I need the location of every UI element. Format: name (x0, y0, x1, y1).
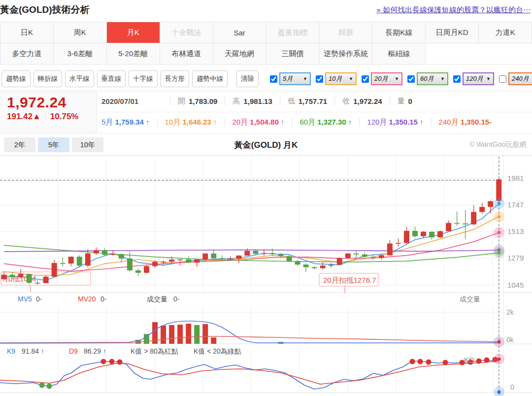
tab-lidao-k[interactable]: 力道K (479, 22, 532, 43)
svg-text:20月扣抵1276.7: 20月扣抵1276.7 (323, 276, 376, 284)
tab-daily-k[interactable]: 日K (0, 22, 54, 43)
tab-3-6-diff[interactable]: 3-6差離 (54, 43, 107, 65)
ma-select-240month[interactable]: 240月▼ (508, 72, 532, 85)
tab-dwm-kd[interactable]: 日周月KD (426, 22, 479, 43)
ma-checkbox-10month[interactable] (316, 75, 323, 83)
ma-toggle-240month: 240月▼ (499, 72, 532, 85)
ma10-value: 10月 1,646.23 ↑ (165, 118, 217, 127)
range-2year-button[interactable]: 2年 (4, 137, 35, 152)
k9-value: 91.84 ↑ (22, 347, 44, 355)
ma-checkbox-5month[interactable] (270, 75, 277, 83)
volume-corner-label: 成交量 (460, 295, 480, 304)
watermark: © WantGoo玩股網 (469, 140, 526, 149)
tab-bollinger[interactable]: 布林通道 (160, 43, 213, 65)
tab-sar[interactable]: Sar (213, 22, 266, 43)
select-label: 5月 (283, 74, 293, 83)
high-pair: 高1,981.13 (233, 97, 272, 106)
tab-shiquan[interactable]: 十全戰法 (160, 22, 213, 43)
related-article-link[interactable]: » 如何找出長線保護短線的股票？以瘋狂的台⋯ (376, 5, 531, 15)
tab-guiyuan[interactable]: 歸原 (319, 22, 372, 43)
tab-duokong[interactable]: 多空力道 (0, 43, 54, 65)
page-title: 黃金(GOLD)技術分析 (0, 3, 90, 16)
ma-checkbox-240month[interactable] (499, 75, 506, 83)
close-label: 收 (342, 97, 350, 106)
crossline-button[interactable]: 十字線 (129, 70, 158, 87)
mv5-value: 0- (36, 295, 42, 303)
divider (431, 118, 432, 127)
ma-select-20month[interactable]: 20月▼ (371, 72, 402, 85)
vol-label: 成交量 (147, 295, 167, 304)
page: 黃金(GOLD)技術分析 » 如何找出長線保護短線的股票？以瘋狂的台⋯ 日K 周… (0, 0, 532, 396)
divider (170, 97, 170, 105)
ohlc-row: 2020/07/01 開1,783.09 高1,981.13 低1,757.71… (97, 91, 532, 112)
ma-toggle-5month: 5月▼ (270, 72, 311, 85)
divider (390, 97, 390, 105)
low-value: 1,757.71 (299, 97, 327, 105)
tab-pivot[interactable]: 樞紐線 (372, 43, 426, 65)
ma-toggle-10month: 10月▼ (316, 72, 357, 85)
ma-select-5month[interactable]: 5月▼ (279, 72, 311, 85)
svg-text:0k: 0k (506, 336, 514, 344)
last-price: 1,972.24 (7, 94, 96, 111)
ma-checkbox-20month[interactable] (362, 75, 369, 83)
select-label: 60月 (420, 74, 433, 83)
draw-tool-buttons: 趨勢線 轉折線 水平線 垂直線 十字線 長方形 趨勢中線 清除 (0, 70, 259, 87)
ma-select-60month[interactable]: 60月▼ (417, 72, 448, 85)
ma60-value: 60月 1,327.30 ↑ (299, 118, 352, 127)
quote-price-block: 1,972.24 191.42▲ 10.75% (0, 91, 97, 133)
price-change-percent: 10.75% (50, 112, 79, 122)
tab-weekly-k[interactable]: 周K (54, 22, 107, 43)
open-value: 1,783.09 (189, 97, 217, 105)
divider (292, 118, 292, 127)
volume-labels: MV5 0- MV20 0- 成交量 0- 成交量 (0, 295, 532, 304)
ma-toggle-row: 5月▼ 10月▼ 20月▼ 60月▼ 120月▼ 240月▼ (270, 72, 532, 85)
header: 黃金(GOLD)技術分析 » 如何找出長線保護短線的股票？以瘋狂的台⋯ (0, 0, 532, 20)
trendline-button[interactable]: 趨勢線 (1, 70, 31, 87)
rectangle-button[interactable]: 長方形 (161, 70, 190, 87)
tab-5-20-diff[interactable]: 5-20差離 (107, 43, 160, 65)
mv20-value: 0- (100, 295, 106, 303)
ma-select-120month[interactable]: 120月▼ (463, 72, 494, 85)
svg-text:0: 0 (510, 383, 514, 391)
ma-checkbox-120month[interactable] (453, 75, 461, 83)
tab-monthly-k[interactable]: 月K (107, 22, 160, 43)
draw-toolbar: 趨勢線 轉折線 水平線 垂直線 十字線 長方形 趨勢中線 清除 5月▼ 10月▼… (0, 67, 532, 90)
tab-nishi[interactable]: 逆勢操作系統 (319, 43, 372, 65)
zigzag-button[interactable]: 轉折線 (33, 70, 63, 87)
hline-button[interactable]: 水平線 (65, 70, 94, 87)
chart-title: 黃金(GOLD) 月K (234, 139, 298, 151)
ma20-value: 20月 1,504.80 ↑ (233, 118, 285, 127)
mv5-label: MV5 (18, 295, 32, 303)
ma-toggle-60month: 60月▼ (407, 72, 448, 85)
svg-text:2k: 2k (506, 308, 514, 316)
tab-tianluo[interactable]: 天羅地網 (213, 43, 266, 65)
tab-sanguan[interactable]: 三關價 (266, 43, 320, 65)
range-10year-button[interactable]: 10年 (72, 137, 103, 152)
ma-toggle-20month: 20月▼ (362, 72, 402, 85)
vline-button[interactable]: 垂直線 (97, 70, 126, 87)
ma240-value: 240月 1,350.15- (439, 118, 492, 127)
tab-longterm-k[interactable]: 長期K線 (372, 22, 426, 43)
vol-value: 0- (173, 295, 179, 303)
volume-pair: 量0 (398, 97, 412, 106)
dropdown-caret-icon: ▼ (440, 76, 445, 81)
high-value: 1,981.13 (243, 97, 272, 105)
volume-value: 0 (408, 97, 412, 105)
price-change-row: 191.42▲ 10.75% (7, 112, 96, 122)
tab-row-2: 多空力道 3-6差離 5-20差離 布林通道 天羅地網 三關價 逆勢操作系統 樞… (0, 43, 532, 65)
open-pair: 開1,783.09 (178, 97, 217, 106)
ma-checkbox-60month[interactable] (407, 75, 415, 83)
divider (45, 113, 46, 121)
divider (334, 97, 335, 105)
quote-date: 2020/07/01 (101, 97, 163, 105)
trend-midline-button[interactable]: 趨勢中線 (192, 70, 228, 87)
divider (280, 97, 280, 105)
kd-corner-label: KD (464, 356, 474, 364)
clear-button[interactable]: 清除 (236, 70, 259, 87)
ma-select-10month[interactable]: 10月▼ (325, 72, 357, 85)
ma-toggle-120month: 120月▼ (453, 72, 494, 85)
tab-yingfu[interactable]: 盈富指標 (266, 22, 320, 43)
low-pair: 低1,757.71 (288, 97, 327, 106)
range-5year-button[interactable]: 5年 (38, 137, 69, 152)
dropdown-caret-icon: ▼ (349, 76, 353, 81)
